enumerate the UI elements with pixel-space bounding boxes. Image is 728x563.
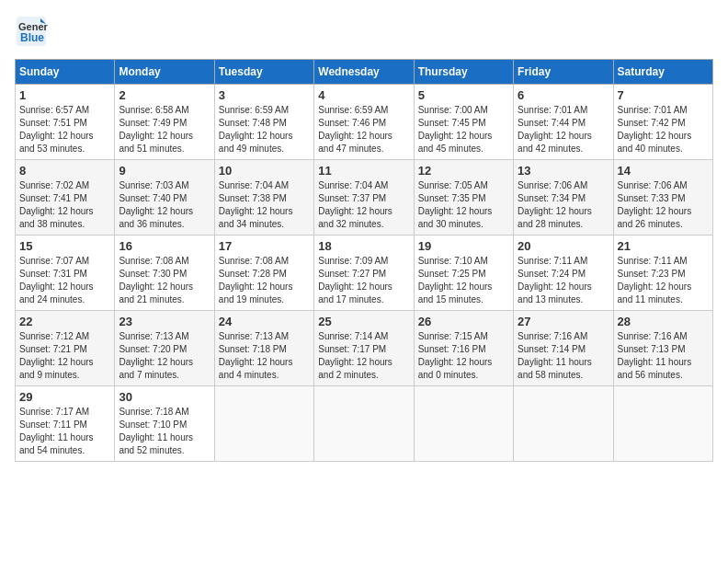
day-number: 20: [518, 239, 609, 253]
cell-info: Sunrise: 7:09 AM Sunset: 7:27 PM Dayligh…: [318, 255, 409, 306]
cell-info: Sunrise: 7:07 AM Sunset: 7:31 PM Dayligh…: [19, 255, 110, 306]
weekday-header: Monday: [115, 60, 214, 85]
day-number: 6: [518, 88, 609, 102]
calendar-cell: 20Sunrise: 7:11 AM Sunset: 7:24 PM Dayli…: [514, 236, 613, 311]
day-number: 13: [518, 164, 609, 178]
weekday-header: Friday: [514, 60, 613, 85]
day-number: 9: [119, 164, 210, 178]
day-number: 1: [19, 88, 110, 102]
calendar-cell: 8Sunrise: 7:02 AM Sunset: 7:41 PM Daylig…: [16, 160, 115, 236]
calendar-cell: 5Sunrise: 7:00 AM Sunset: 7:45 PM Daylig…: [414, 85, 513, 160]
calendar-table: SundayMondayTuesdayWednesdayThursdayFrid…: [15, 59, 713, 462]
calendar-cell: 6Sunrise: 7:01 AM Sunset: 7:44 PM Daylig…: [514, 85, 613, 160]
day-number: 27: [518, 315, 609, 328]
cell-info: Sunrise: 7:11 AM Sunset: 7:23 PM Dayligh…: [618, 255, 709, 306]
day-number: 18: [318, 239, 409, 253]
day-number: 21: [618, 239, 709, 253]
cell-info: Sunrise: 7:04 AM Sunset: 7:37 PM Dayligh…: [318, 179, 409, 231]
calendar-week-row: 1Sunrise: 6:57 AM Sunset: 7:51 PM Daylig…: [16, 85, 713, 160]
calendar-cell: 14Sunrise: 7:06 AM Sunset: 7:33 PM Dayli…: [613, 160, 712, 236]
calendar-cell: 4Sunrise: 6:59 AM Sunset: 7:46 PM Daylig…: [314, 85, 414, 160]
calendar-cell: 10Sunrise: 7:04 AM Sunset: 7:38 PM Dayli…: [214, 160, 313, 236]
page-header: General Blue: [15, 15, 713, 48]
logo: General Blue: [15, 15, 48, 48]
day-number: 16: [119, 239, 210, 253]
cell-info: Sunrise: 6:59 AM Sunset: 7:46 PM Dayligh…: [318, 104, 409, 155]
cell-info: Sunrise: 7:14 AM Sunset: 7:17 PM Dayligh…: [318, 330, 409, 382]
day-number: 30: [119, 390, 210, 404]
cell-info: Sunrise: 7:05 AM Sunset: 7:35 PM Dayligh…: [418, 179, 509, 231]
calendar-cell: 29Sunrise: 7:17 AM Sunset: 7:11 PM Dayli…: [16, 386, 115, 462]
calendar-cell: 19Sunrise: 7:10 AM Sunset: 7:25 PM Dayli…: [414, 236, 513, 311]
calendar-cell: 21Sunrise: 7:11 AM Sunset: 7:23 PM Dayli…: [613, 236, 712, 311]
calendar-cell: [514, 386, 613, 462]
cell-info: Sunrise: 7:16 AM Sunset: 7:13 PM Dayligh…: [618, 330, 709, 382]
cell-info: Sunrise: 6:58 AM Sunset: 7:49 PM Dayligh…: [119, 104, 210, 155]
calendar-cell: 11Sunrise: 7:04 AM Sunset: 7:37 PM Dayli…: [314, 160, 414, 236]
calendar-cell: [414, 386, 513, 462]
cell-info: Sunrise: 7:11 AM Sunset: 7:24 PM Dayligh…: [518, 255, 609, 306]
calendar-cell: 26Sunrise: 7:15 AM Sunset: 7:16 PM Dayli…: [414, 311, 513, 386]
day-number: 4: [318, 88, 409, 102]
cell-info: Sunrise: 7:18 AM Sunset: 7:10 PM Dayligh…: [119, 406, 210, 457]
day-number: 19: [418, 239, 509, 253]
calendar-cell: 17Sunrise: 7:08 AM Sunset: 7:28 PM Dayli…: [214, 236, 313, 311]
calendar-cell: 1Sunrise: 6:57 AM Sunset: 7:51 PM Daylig…: [16, 85, 115, 160]
day-number: 3: [219, 88, 310, 102]
calendar-cell: 16Sunrise: 7:08 AM Sunset: 7:30 PM Dayli…: [115, 236, 214, 311]
cell-info: Sunrise: 7:03 AM Sunset: 7:40 PM Dayligh…: [119, 179, 210, 231]
cell-info: Sunrise: 7:02 AM Sunset: 7:41 PM Dayligh…: [19, 179, 110, 231]
svg-text:Blue: Blue: [20, 31, 44, 44]
cell-info: Sunrise: 7:10 AM Sunset: 7:25 PM Dayligh…: [418, 255, 509, 306]
cell-info: Sunrise: 7:13 AM Sunset: 7:20 PM Dayligh…: [119, 330, 210, 382]
cell-info: Sunrise: 7:01 AM Sunset: 7:42 PM Dayligh…: [618, 104, 709, 155]
cell-info: Sunrise: 7:06 AM Sunset: 7:34 PM Dayligh…: [518, 179, 609, 231]
cell-info: Sunrise: 7:08 AM Sunset: 7:28 PM Dayligh…: [219, 255, 310, 306]
weekday-header: Thursday: [414, 60, 513, 85]
logo-svg: General Blue: [15, 15, 48, 48]
calendar-week-row: 29Sunrise: 7:17 AM Sunset: 7:11 PM Dayli…: [16, 386, 713, 462]
calendar-cell: 3Sunrise: 6:59 AM Sunset: 7:48 PM Daylig…: [214, 85, 313, 160]
calendar-cell: 24Sunrise: 7:13 AM Sunset: 7:18 PM Dayli…: [214, 311, 313, 386]
calendar-cell: 2Sunrise: 6:58 AM Sunset: 7:49 PM Daylig…: [115, 85, 214, 160]
calendar-cell: 13Sunrise: 7:06 AM Sunset: 7:34 PM Dayli…: [514, 160, 613, 236]
day-number: 29: [19, 390, 110, 404]
day-number: 10: [219, 164, 310, 178]
cell-info: Sunrise: 6:57 AM Sunset: 7:51 PM Dayligh…: [19, 104, 110, 155]
cell-info: Sunrise: 7:00 AM Sunset: 7:45 PM Dayligh…: [418, 104, 509, 155]
day-number: 2: [119, 88, 210, 102]
calendar-cell: 23Sunrise: 7:13 AM Sunset: 7:20 PM Dayli…: [115, 311, 214, 386]
day-number: 5: [418, 88, 509, 102]
calendar-cell: [314, 386, 414, 462]
day-number: 28: [618, 315, 709, 328]
day-number: 25: [318, 315, 409, 328]
calendar-week-row: 22Sunrise: 7:12 AM Sunset: 7:21 PM Dayli…: [16, 311, 713, 386]
calendar-cell: 30Sunrise: 7:18 AM Sunset: 7:10 PM Dayli…: [115, 386, 214, 462]
day-number: 22: [19, 315, 110, 328]
calendar-cell: 27Sunrise: 7:16 AM Sunset: 7:14 PM Dayli…: [514, 311, 613, 386]
cell-info: Sunrise: 7:06 AM Sunset: 7:33 PM Dayligh…: [618, 179, 709, 231]
calendar-cell: 7Sunrise: 7:01 AM Sunset: 7:42 PM Daylig…: [613, 85, 712, 160]
day-number: 26: [418, 315, 509, 328]
day-number: 17: [219, 239, 310, 253]
calendar-cell: 25Sunrise: 7:14 AM Sunset: 7:17 PM Dayli…: [314, 311, 414, 386]
cell-info: Sunrise: 7:13 AM Sunset: 7:18 PM Dayligh…: [219, 330, 310, 382]
cell-info: Sunrise: 7:12 AM Sunset: 7:21 PM Dayligh…: [19, 330, 110, 382]
cell-info: Sunrise: 7:04 AM Sunset: 7:38 PM Dayligh…: [219, 179, 310, 231]
calendar-cell: 15Sunrise: 7:07 AM Sunset: 7:31 PM Dayli…: [16, 236, 115, 311]
calendar-week-row: 8Sunrise: 7:02 AM Sunset: 7:41 PM Daylig…: [16, 160, 713, 236]
weekday-header: Sunday: [16, 60, 115, 85]
day-number: 24: [219, 315, 310, 328]
cell-info: Sunrise: 7:17 AM Sunset: 7:11 PM Dayligh…: [19, 406, 110, 457]
day-number: 7: [618, 88, 709, 102]
weekday-header: Tuesday: [214, 60, 313, 85]
cell-info: Sunrise: 7:01 AM Sunset: 7:44 PM Dayligh…: [518, 104, 609, 155]
calendar-cell: 9Sunrise: 7:03 AM Sunset: 7:40 PM Daylig…: [115, 160, 214, 236]
calendar-body: 1Sunrise: 6:57 AM Sunset: 7:51 PM Daylig…: [16, 85, 713, 462]
calendar-cell: 12Sunrise: 7:05 AM Sunset: 7:35 PM Dayli…: [414, 160, 513, 236]
cell-info: Sunrise: 7:08 AM Sunset: 7:30 PM Dayligh…: [119, 255, 210, 306]
weekday-header: Wednesday: [314, 60, 414, 85]
calendar-cell: 28Sunrise: 7:16 AM Sunset: 7:13 PM Dayli…: [613, 311, 712, 386]
weekday-header: Saturday: [613, 60, 712, 85]
day-number: 12: [418, 164, 509, 178]
